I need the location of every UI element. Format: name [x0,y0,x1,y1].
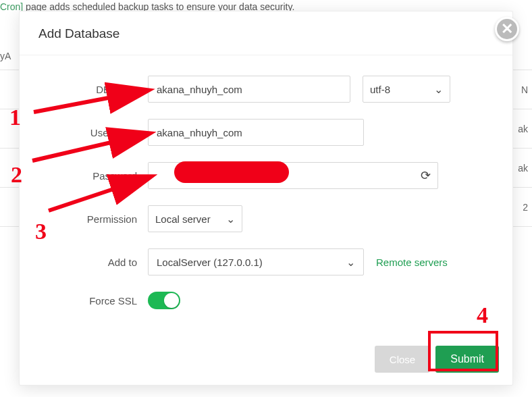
addto-value: LocalServer (127.0.0.1) [157,257,263,268]
chevron-down-icon: ⌄ [346,256,355,269]
username-input[interactable] [148,119,364,146]
close-icon[interactable] [495,17,519,41]
svg-line-2 [49,177,150,211]
toggle-knob [164,293,179,308]
chevron-down-icon: ⌄ [226,213,235,226]
annotation-2: 2 [11,162,22,188]
svg-line-1 [32,134,149,161]
permission-value: Local server [155,213,211,225]
arrow-3-icon [49,173,157,213]
chevron-down-icon: ⌄ [434,83,443,96]
arrow-1-icon [34,86,155,113]
remote-servers-link[interactable]: Remote servers [376,257,448,268]
permission-select[interactable]: Local server ⌄ [148,205,242,232]
dbname-input[interactable] [148,76,350,103]
row-forcessl: Force SSL [47,292,485,309]
encoding-select[interactable]: utf-8 ⌄ [363,76,450,103]
close-button[interactable]: Close [375,346,430,373]
addto-select[interactable]: LocalServer (127.0.0.1) ⌄ [148,248,364,275]
label-addto: Add to [47,257,148,268]
forcessl-toggle[interactable] [148,292,180,309]
annotation-box-submit [428,331,498,371]
arrow-2-icon [32,130,154,163]
label-permission: Permission [47,213,148,225]
modal-title: Add Database [20,11,512,55]
svg-line-0 [34,90,147,112]
password-refresh-icon[interactable]: ⟳ [421,168,431,183]
password-redaction-overlay [174,161,289,183]
annotation-1: 1 [9,105,21,130]
annotation-3: 3 [35,219,47,244]
label-forcessl: Force SSL [47,295,148,307]
encoding-value: utf-8 [370,84,390,95]
annotation-4: 4 [477,302,488,328]
row-addto: Add to LocalServer (127.0.0.1) ⌄ Remote … [47,248,485,275]
